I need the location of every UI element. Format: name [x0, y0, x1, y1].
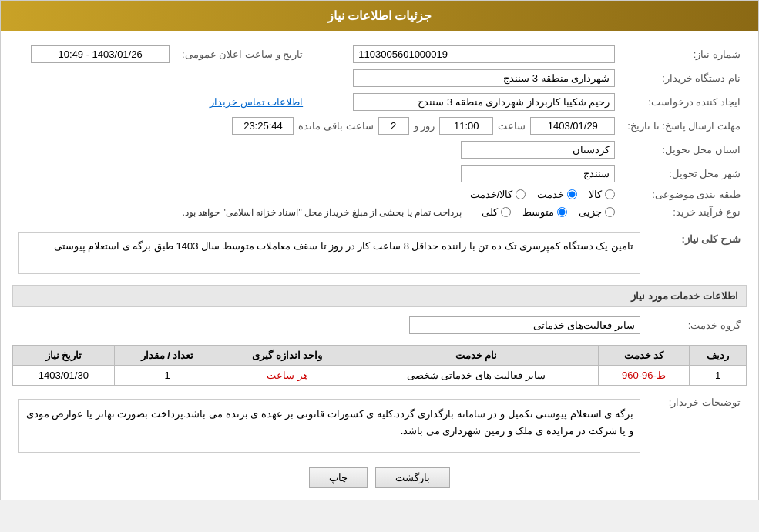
service-name: سایر فعالیت های خدماتی شخصی: [354, 366, 599, 386]
group-row: گروه خدمت: سایر فعالیت‌های خدماتی: [12, 313, 747, 337]
requester-value: رحیم شکیبا کاربرداز شهرداری منطقه 3 سنند…: [353, 93, 615, 111]
response-days-label: روز و: [414, 120, 435, 132]
process-radio-group: جزیی متوسط کلی: [482, 206, 615, 218]
row-category: طبقه بندی موضوعی: کالا خدمت: [12, 186, 747, 203]
service-unit: هر ساعت: [220, 366, 354, 386]
province-value: کردستان: [461, 141, 615, 159]
radio-kala: کالا: [589, 189, 615, 200]
group-label: گروه خدمت:: [646, 313, 747, 337]
radio-kolli-label: کلی: [482, 206, 498, 218]
city-value: سنندج: [461, 165, 615, 182]
response-time: 11:00: [439, 117, 493, 135]
radio-kala-khedmat: کالا/خدمت: [470, 189, 526, 200]
description-table: شرح کلی نیاز: تامین یک دستگاه کمپرسری تک…: [12, 229, 747, 277]
back-button[interactable]: بازگشت: [375, 467, 450, 488]
buyer-notes-label: توضیحات خریدار:: [646, 392, 747, 456]
col-date: تاریخ نیاز: [13, 346, 115, 366]
response-days: 2: [378, 117, 409, 135]
radio-jozii-input[interactable]: [605, 207, 615, 217]
col-name: نام خدمت: [354, 346, 599, 366]
description-row: شرح کلی نیاز: تامین یک دستگاه کمپرسری تک…: [12, 229, 747, 277]
header-title: جزئیات اطلاعات نیاز: [327, 9, 432, 22]
response-remaining-label: ساعت باقی مانده: [298, 120, 373, 132]
buyer-org-label: نام دستگاه خریدار:: [621, 66, 747, 90]
row-province: استان محل تحویل: کردستان: [12, 138, 747, 162]
announcement-date-value: 1403/01/26 - 10:49: [31, 45, 170, 63]
services-table-body: 1 ط-96-960 سایر فعالیت های خدماتی شخصی ه…: [13, 366, 747, 386]
radio-kolli-input[interactable]: [501, 207, 511, 217]
response-time-label: ساعت: [498, 120, 526, 132]
row-process-type: نوع فرآیند خرید: جزیی متوسط: [12, 203, 747, 221]
row-city: شهر محل تحویل: سنندج: [12, 162, 747, 186]
service-date: 1403/01/30: [13, 366, 115, 386]
services-table: ردیف کد خدمت نام خدمت واحد اندازه گیری ت…: [12, 345, 747, 386]
buttons-row: بازگشت چاپ: [12, 467, 747, 488]
radio-kala-khedmat-label: کالا/خدمت: [470, 189, 513, 200]
row-requester: ایجاد کننده درخواست: رحیم شکیبا کاربرداز…: [12, 90, 747, 114]
response-remaining: 23:25:44: [232, 117, 294, 135]
col-qty: تعداد / مقدار: [114, 346, 220, 366]
services-table-head: ردیف کد خدمت نام خدمت واحد اندازه گیری ت…: [13, 346, 747, 366]
radio-kala-label: کالا: [589, 189, 602, 200]
page-container: جزئیات اطلاعات نیاز شماره نیاز: 11030056…: [0, 0, 759, 500]
radio-kolli: کلی: [482, 206, 511, 218]
services-section-title: اطلاعات خدمات مورد نیاز: [12, 285, 747, 307]
need-number-value: 1103005601000019: [353, 45, 615, 63]
requester-contact-link[interactable]: اطلاعات تماس خریدار: [210, 96, 303, 108]
province-label: استان محل تحویل:: [621, 138, 747, 162]
announcement-date-label: تاریخ و ساعت اعلان عمومی:: [176, 42, 309, 66]
info-table: شماره نیاز: 1103005601000019 تاریخ و ساع…: [12, 42, 747, 221]
response-deadline-label: مهلت ارسال پاسخ: تا تاریخ:: [621, 114, 747, 138]
radio-khedmat: خدمت: [537, 189, 577, 200]
row-response-deadline: مهلت ارسال پاسخ: تا تاریخ: 1403/01/29 سا…: [12, 114, 747, 138]
buyer-notes-text: برگه ی استعلام پیوستی تکمیل و در سامانه …: [18, 399, 640, 453]
process-note: پرداخت تمام یا بخشی از مبلغ خریداز محل "…: [182, 207, 462, 218]
print-button[interactable]: چاپ: [309, 467, 368, 488]
radio-kala-input[interactable]: [605, 189, 615, 199]
radio-jozii-label: جزیی: [579, 206, 602, 218]
service-code: ط-96-960: [598, 366, 689, 386]
col-row: ردیف: [690, 346, 747, 366]
service-row-num: 1: [690, 366, 747, 386]
radio-motavaset: متوسط: [522, 206, 567, 218]
radio-motavaset-label: متوسط: [522, 206, 554, 218]
group-table: گروه خدمت: سایر فعالیت‌های خدماتی: [12, 313, 747, 337]
process-type-label: نوع فرآیند خرید:: [621, 203, 747, 221]
group-value: سایر فعالیت‌های خدماتی: [409, 316, 640, 334]
notes-table: توضیحات خریدار: برگه ی استعلام پیوستی تک…: [12, 392, 747, 456]
buyer-org-value: شهرداری منطقه 3 سنندج: [353, 69, 615, 87]
service-qty: 1: [114, 366, 220, 386]
category-radio-group: کالا خدمت کالا/خدمت: [18, 189, 615, 200]
radio-jozii: جزیی: [579, 206, 615, 218]
response-date: 1403/01/29: [530, 117, 615, 135]
need-number-label: شماره نیاز:: [621, 42, 747, 66]
requester-label: ایجاد کننده درخواست:: [621, 90, 747, 114]
radio-motavaset-input[interactable]: [557, 207, 567, 217]
radio-khedmat-label: خدمت: [537, 189, 564, 200]
description-label: شرح کلی نیاز:: [646, 229, 747, 277]
page-header: جزئیات اطلاعات نیاز: [1, 1, 758, 31]
radio-kala-khedmat-input[interactable]: [516, 189, 526, 199]
services-header-row: ردیف کد خدمت نام خدمت واحد اندازه گیری ت…: [13, 346, 747, 366]
category-label: طبقه بندی موضوعی:: [621, 186, 747, 203]
col-code: کد خدمت: [598, 346, 689, 366]
row-need-number: شماره نیاز: 1103005601000019 تاریخ و ساع…: [12, 42, 747, 66]
notes-row: توضیحات خریدار: برگه ی استعلام پیوستی تک…: [12, 392, 747, 456]
main-content: شماره نیاز: 1103005601000019 تاریخ و ساع…: [1, 31, 758, 500]
row-buyer-org: نام دستگاه خریدار: شهرداری منطقه 3 سنندج: [12, 66, 747, 90]
city-label: شهر محل تحویل:: [621, 162, 747, 186]
radio-khedmat-input[interactable]: [567, 189, 577, 199]
service-row-1: 1 ط-96-960 سایر فعالیت های خدماتی شخصی ه…: [13, 366, 747, 386]
col-unit: واحد اندازه گیری: [220, 346, 354, 366]
description-text: تامین یک دستگاه کمپرسری تک ده تن با رانن…: [18, 232, 640, 274]
